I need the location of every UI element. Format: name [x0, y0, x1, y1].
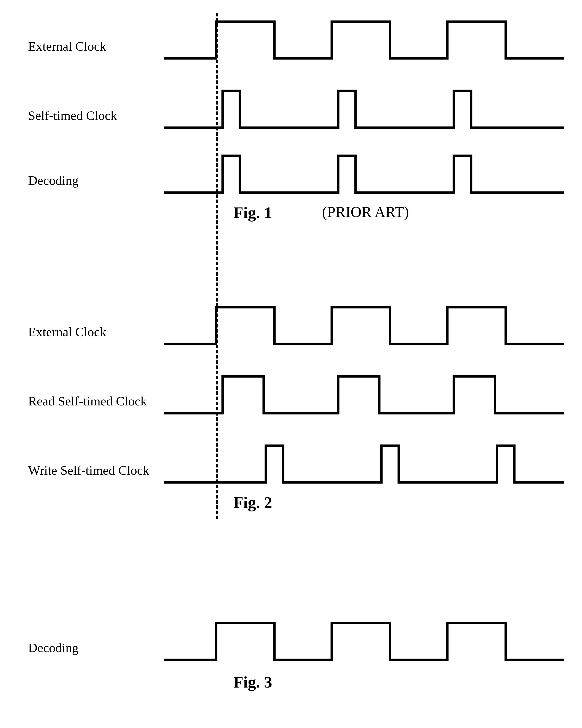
figure-1-label: Fig. 1: [233, 203, 272, 222]
signal-label-external-clock-2: External Clock: [28, 324, 106, 339]
figure-3-label: Fig. 3: [233, 673, 272, 692]
signal-label-write-self-timed-clock: Write Self-timed Clock: [28, 463, 149, 478]
waveform-decoding-3: [164, 619, 564, 662]
waveform-read-self-timed-clock: [164, 372, 564, 415]
waveform-self-timed-clock: [164, 86, 564, 130]
signal-label-decoding-3: Decoding: [28, 641, 79, 655]
waveform-write-self-timed-clock: [164, 441, 564, 485]
prior-art-label: (PRIOR ART): [322, 203, 409, 221]
waveform-external-clock-2: [164, 303, 564, 346]
signal-label-decoding-1: Decoding: [28, 173, 79, 188]
waveform-external-clock-1: [164, 17, 564, 60]
signal-label-external-clock-1: External Clock: [28, 39, 106, 54]
figure-2-label: Fig. 2: [233, 493, 272, 512]
signal-label-read-self-timed-clock: Read Self-timed Clock: [28, 394, 147, 409]
waveform-decoding-1: [164, 151, 564, 195]
signal-label-self-timed-clock: Self-timed Clock: [28, 108, 117, 123]
